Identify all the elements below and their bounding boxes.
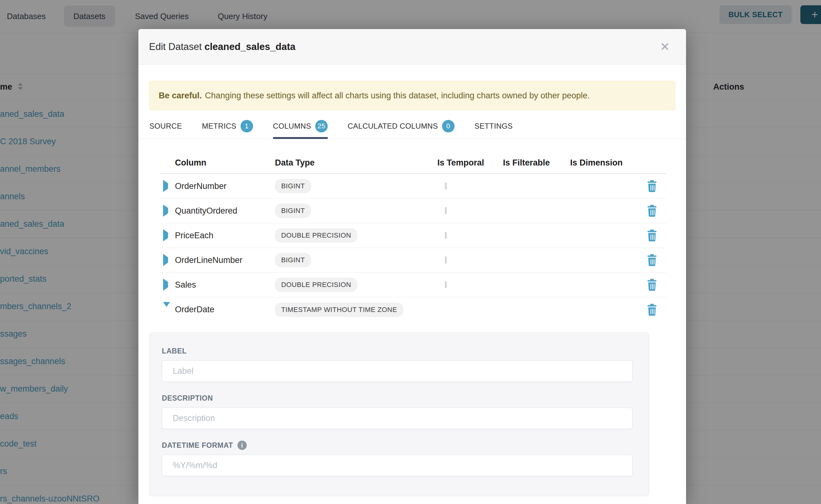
tab-label: SETTINGS — [475, 122, 513, 131]
header-is-dimension: Is Dimension — [570, 158, 637, 168]
is-temporal-checkbox[interactable] — [445, 256, 447, 264]
column-row: OrderNumber BIGINT — [159, 174, 667, 199]
column-name: OrderLineNumber — [175, 255, 275, 265]
tab-label: CALCULATED COLUMNS — [348, 122, 438, 131]
expand-caret-icon[interactable] — [163, 254, 168, 266]
delete-column-icon[interactable] — [647, 304, 657, 316]
data-type-pill: BIGINT — [275, 179, 311, 193]
label-field-label: LABEL — [162, 347, 633, 355]
tab-columns[interactable]: COLUMNS 25 — [273, 118, 328, 139]
tab-source[interactable]: SOURCE — [149, 118, 182, 139]
column-row: Sales DOUBLE PRECISION — [159, 273, 667, 297]
is-temporal-checkbox[interactable] — [445, 207, 447, 214]
column-row: QuantityOrdered BIGINT — [159, 199, 667, 223]
expand-caret-icon[interactable] — [163, 302, 170, 312]
column-name: OrderNumber — [175, 181, 275, 191]
datetime-format-field-label: DATETIME FORMAT i — [162, 441, 633, 450]
tab-label: SOURCE — [149, 122, 182, 131]
columns-table: Column Data Type Is Temporal Is Filterab… — [159, 152, 667, 322]
modal-tabbar: SOURCE METRICS 1 COLUMNS 25 CALCULATED C… — [138, 118, 686, 139]
delete-column-icon[interactable] — [647, 254, 657, 266]
modal-title: Edit Dataset cleaned_sales_data — [149, 41, 295, 52]
header-is-filterable: Is Filterable — [503, 158, 570, 168]
column-name: Sales — [175, 280, 275, 290]
tab-settings[interactable]: SETTINGS — [475, 118, 513, 139]
is-temporal-checkbox[interactable] — [445, 232, 447, 239]
metrics-count-badge: 1 — [240, 120, 253, 132]
column-name: OrderDate — [175, 305, 275, 314]
is-temporal-checkbox[interactable] — [445, 182, 447, 190]
close-icon[interactable]: ✕ — [660, 41, 670, 53]
header-is-temporal: Is Temporal — [438, 158, 503, 168]
datetime-format-input[interactable] — [162, 455, 633, 476]
warning-bold: Be careful. — [159, 91, 202, 100]
column-row: OrderLineNumber BIGINT — [159, 248, 667, 273]
info-icon[interactable]: i — [237, 441, 247, 450]
warning-banner: Be careful.Changing these settings will … — [149, 81, 675, 110]
column-detail-panel: LABEL DESCRIPTION DATETIME FORMAT i — [149, 333, 649, 496]
calculated-columns-count-badge: 0 — [442, 120, 455, 132]
is-temporal-checkbox[interactable] — [445, 281, 447, 288]
delete-column-icon[interactable] — [647, 205, 657, 217]
tab-calculated-columns[interactable]: CALCULATED COLUMNS 0 — [348, 118, 455, 139]
description-input[interactable] — [162, 408, 633, 429]
column-name: PriceEach — [175, 231, 275, 240]
columns-count-badge: 25 — [315, 120, 328, 132]
column-row: OrderDate TIMESTAMP WITHOUT TIME ZONE — [159, 297, 667, 322]
delete-column-icon[interactable] — [647, 180, 657, 192]
data-type-pill: DOUBLE PRECISION — [275, 278, 357, 292]
description-field-label: DESCRIPTION — [162, 394, 633, 403]
expand-caret-icon[interactable] — [163, 180, 168, 192]
data-type-pill: TIMESTAMP WITHOUT TIME ZONE — [275, 303, 403, 317]
data-type-pill: BIGINT — [275, 204, 311, 218]
expand-caret-icon[interactable] — [163, 229, 168, 241]
data-type-pill: DOUBLE PRECISION — [275, 228, 357, 243]
warning-text: Changing these settings will affect all … — [205, 91, 590, 100]
modal-header: Edit Dataset cleaned_sales_data ✕ — [138, 29, 686, 65]
tab-label: METRICS — [202, 122, 236, 131]
expand-caret-icon[interactable] — [163, 279, 168, 291]
modal-title-prefix: Edit Dataset — [149, 41, 202, 52]
tab-label: COLUMNS — [273, 122, 311, 131]
header-data-type: Data Type — [275, 158, 438, 168]
columns-table-body: OrderNumber BIGINT QuantityOrdered BIGIN… — [159, 174, 667, 322]
columns-table-header: Column Data Type Is Temporal Is Filterab… — [159, 152, 667, 174]
edit-dataset-modal: Edit Dataset cleaned_sales_data ✕ Be car… — [138, 29, 686, 504]
modal-dataset-name: cleaned_sales_data — [205, 41, 295, 52]
delete-column-icon[interactable] — [647, 230, 657, 241]
column-name: QuantityOrdered — [175, 206, 275, 216]
delete-column-icon[interactable] — [647, 279, 657, 291]
expand-caret-icon[interactable] — [163, 205, 168, 217]
column-row: PriceEach DOUBLE PRECISION — [159, 223, 667, 248]
tab-metrics[interactable]: METRICS 1 — [202, 118, 253, 139]
header-column: Column — [175, 158, 275, 168]
label-input[interactable] — [162, 360, 633, 382]
data-type-pill: BIGINT — [275, 253, 311, 267]
